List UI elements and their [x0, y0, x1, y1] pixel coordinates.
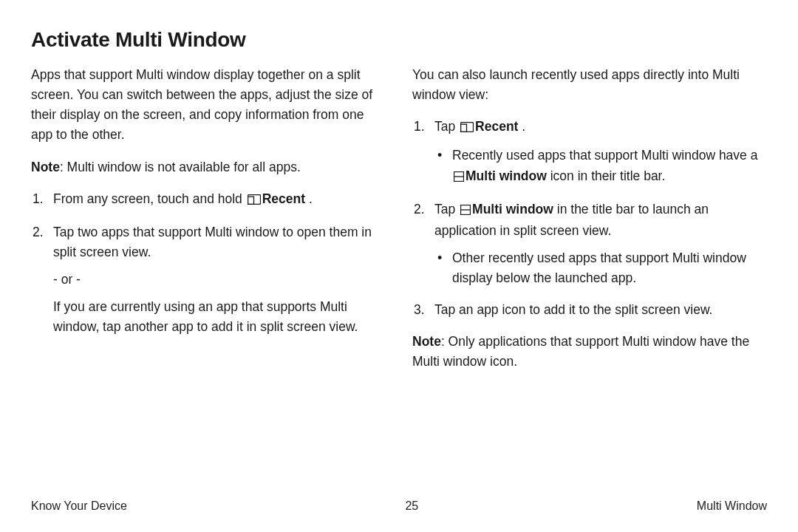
note-body: : Multi window is not available for all …	[60, 160, 301, 174]
or-divider: ‑ or ‑	[53, 270, 386, 290]
left-column: Apps that support Multi window display t…	[31, 65, 386, 384]
page-title: Activate Multi Window	[31, 28, 767, 52]
right-intro: You can also launch recently used apps d…	[412, 65, 767, 105]
note-label: Note	[412, 334, 441, 349]
intro-paragraph: Apps that support Multi window display t…	[31, 65, 386, 146]
footer-left: Know Your Device	[31, 499, 127, 513]
svg-rect-3	[461, 124, 467, 132]
step-text-post: .	[518, 119, 525, 134]
right-steps: Tap Recent . Recently used apps that sup…	[412, 117, 767, 320]
page-footer: Know Your Device 25 Multi Window	[31, 499, 767, 513]
bullet-item: Recently used apps that support Multi wi…	[434, 146, 767, 187]
note-label: Note	[31, 160, 60, 174]
step2-bullets: Other recently used apps that support Mu…	[434, 248, 767, 288]
recent-label: Recent	[262, 191, 305, 206]
step-text-pre: Tap	[434, 202, 459, 216]
step1-bullets: Recently used apps that support Multi wi…	[434, 146, 767, 187]
note-body: : Only applications that support Multi w…	[412, 334, 749, 369]
mw-label: Multi window	[466, 168, 547, 183]
left-steps: From any screen, touch and hold Recent .…	[31, 189, 386, 338]
right-column: You can also launch recently used apps d…	[412, 65, 767, 384]
right-step-2: Tap Multi window in the title bar to lau…	[412, 200, 767, 289]
right-step-3: Tap an app icon to add it to the split s…	[412, 300, 767, 320]
recent-label: Recent	[475, 119, 518, 134]
left-step-2: Tap two apps that support Multi window t…	[31, 222, 386, 338]
step-alt-text: If you are currently using an app that s…	[53, 297, 386, 337]
recent-icon	[248, 191, 261, 211]
svg-rect-1	[248, 197, 253, 204]
left-step-1: From any screen, touch and hold Recent .	[31, 189, 386, 211]
mw-label: Multi window	[472, 202, 553, 216]
right-step-1: Tap Recent . Recently used apps that sup…	[412, 117, 767, 187]
step-text: From any screen, touch and hold	[53, 191, 246, 206]
bullet-text-pre: Recently used apps that support Multi wi…	[452, 148, 757, 163]
footer-page-number: 25	[405, 499, 418, 513]
right-note: Note: Only applications that support Mul…	[412, 332, 767, 372]
step-text: Tap two apps that support Multi window t…	[53, 225, 372, 259]
step-text: Tap	[434, 119, 459, 134]
recent-icon	[460, 118, 474, 138]
multi-window-icon	[460, 201, 471, 221]
footer-right: Multi Window	[697, 499, 767, 513]
multi-window-icon	[454, 168, 464, 188]
content-columns: Apps that support Multi window display t…	[31, 65, 767, 384]
bullet-item: Other recently used apps that support Mu…	[434, 248, 767, 288]
note-line: Note: Multi window is not available for …	[31, 157, 386, 177]
bullet-text-post: icon in their title bar.	[547, 168, 666, 183]
step-text-post: .	[305, 191, 313, 206]
